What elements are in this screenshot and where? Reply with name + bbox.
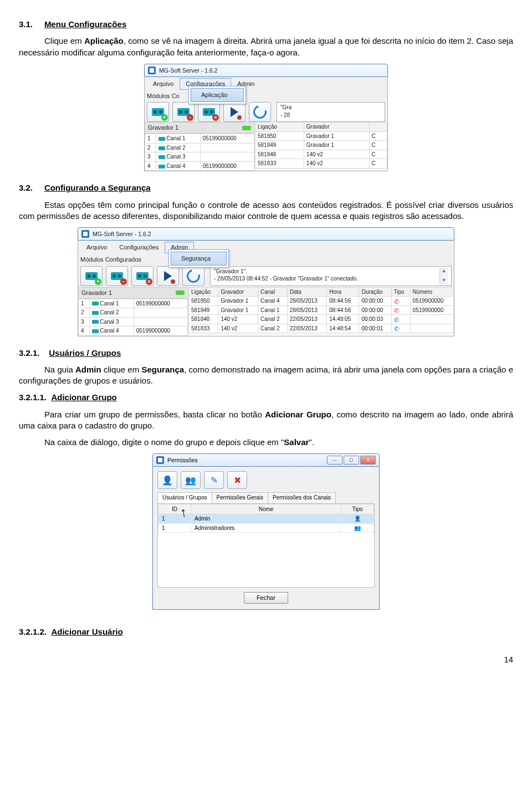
cell: Canal 3 [156, 152, 201, 162]
cell: Gravador 1 [218, 297, 258, 306]
status-led-icon [176, 290, 185, 295]
section-number: 3.2.1.2. [19, 627, 47, 636]
toolbar-refresh-button[interactable] [249, 102, 271, 122]
table-row[interactable]: 1 Administradores 👥 [158, 523, 374, 533]
table-row[interactable]: 581848140 v2C [255, 150, 387, 159]
table-row[interactable]: 581833140 v2Canal 222/05/201314:48:5400:… [189, 324, 454, 333]
table-row[interactable]: 4Canal 405199000000 [145, 161, 254, 171]
window-maximize-button[interactable]: ▢ [344, 456, 359, 465]
table-row[interactable]: 3Canal 3 [79, 317, 188, 326]
toolbar-play-button[interactable] [223, 102, 245, 122]
section-title: Menu Configurações [44, 19, 126, 29]
tab-usuarios-grupos[interactable]: Usuários / Grupos [157, 492, 212, 503]
table-row[interactable]: 2Canal 2 [79, 308, 188, 318]
toolbar-add-button[interactable]: + [80, 266, 103, 286]
delete-button[interactable]: ✖ [227, 471, 247, 489]
modules-bar: Módulos Co [144, 91, 388, 101]
col-canal[interactable]: Canal [258, 287, 287, 297]
window-body: 👤 👥 ✎ ✖ ↑ Usuários / Grupos Permissões G… [152, 467, 380, 609]
col-data[interactable]: Data [287, 287, 327, 297]
cell [391, 305, 410, 315]
channels-table: 1Canal 105199000000 2Canal 2 3Canal 3 4C… [78, 299, 188, 336]
cell: 08:44:56 [327, 297, 359, 306]
col-duracao[interactable]: Duração [359, 287, 391, 297]
cell: 0519900000 [410, 297, 453, 306]
toolbar-play-button[interactable] [157, 266, 179, 286]
toolbar-remove-button[interactable]: – [106, 266, 128, 286]
edit-button[interactable]: ✎ [204, 471, 224, 489]
cell: Admin [191, 514, 341, 524]
col-hora[interactable]: Hora [327, 287, 359, 297]
window-titlebar: Permissões — ▢ ✕ [152, 453, 380, 467]
refresh-icon [251, 103, 269, 121]
col-numero[interactable]: Número [410, 287, 453, 297]
scrollbar-vertical[interactable]: ▲▼ [439, 268, 448, 284]
table-row[interactable]: 581849Gravador 1C [255, 141, 387, 150]
cell: 140 v2 [304, 150, 369, 159]
table-row[interactable]: 581849Gravador 1Canal 128/05/201308:44:5… [189, 305, 454, 315]
cell: Gravador 1 [304, 131, 369, 141]
table-row[interactable]: 581848140 v2Canal 222/05/201314:49:0500:… [189, 315, 454, 324]
play-icon [164, 271, 172, 281]
status-box: "Gra - 28 [277, 102, 385, 122]
menubar: Arquivo Configurações Admin [78, 241, 454, 254]
cell: 00:00:01 [359, 324, 391, 333]
submenu-item-seguranca[interactable]: Segurança [171, 252, 227, 266]
table-row[interactable]: 3Canal 3 [145, 152, 254, 162]
cell: Canal 1 [258, 305, 287, 315]
cell: 05199000000 [200, 161, 254, 171]
col-ligacao[interactable]: Ligação [189, 287, 218, 297]
screenshot-permissoes-window: Permissões — ▢ ✕ 👤 👥 ✎ ✖ ↑ Usuários / Gr… [152, 453, 380, 609]
table-row[interactable]: 581850Gravador 1C [255, 131, 387, 141]
table-row[interactable]: 581850Gravador 1Canal 428/05/201308:44:5… [189, 297, 454, 306]
col-gravador[interactable]: Gravador [304, 123, 369, 132]
cell: 👥 [341, 523, 374, 533]
menu-configuracoes[interactable]: Configurações [113, 242, 165, 253]
cell: C [369, 131, 387, 141]
phone-outgoing-icon [394, 317, 401, 323]
toolbar-delete-button[interactable]: × [198, 102, 220, 122]
cell: Canal 2 [90, 308, 134, 318]
col-tipo[interactable]: Tipo [341, 504, 374, 514]
col-tipo[interactable]: Tipo [391, 287, 410, 297]
table-row[interactable]: 1 Admin 👤 [158, 514, 374, 524]
menu-arquivo[interactable]: Arquivo [80, 242, 113, 253]
window-close-button[interactable]: ✕ [360, 456, 376, 465]
table-row[interactable]: 1Canal 105199000000 [79, 299, 188, 308]
toolbar-delete-button[interactable]: × [131, 266, 154, 286]
table-row[interactable]: 581833140 v2C [255, 159, 387, 169]
paragraph: Clique em Aplicação, como se vê na image… [19, 35, 513, 58]
col-id[interactable]: ID [158, 504, 191, 514]
window-minimize-button[interactable]: — [327, 456, 342, 465]
heading-3-2-1: 3.2.1. Usuários / Grupos [19, 348, 513, 359]
tab-permissoes-gerais[interactable]: Permissões Gerais [212, 492, 268, 503]
toolbar-refresh-button[interactable] [182, 266, 204, 286]
table-row[interactable]: 4Canal 405199000000 [79, 326, 188, 336]
table-row[interactable]: 1Canal 105199000000 [145, 134, 254, 144]
table-row[interactable]: 2Canal 2 [145, 143, 254, 152]
paragraph: Na caixa de diálogo, digite o nome do gr… [19, 437, 513, 448]
col-gravador[interactable]: Gravador [218, 287, 258, 297]
section-number: 3.2.1.1. [19, 392, 47, 402]
status-line: "Gra [280, 104, 381, 111]
col-nome[interactable]: Nome [191, 504, 341, 514]
toolbar-remove-button[interactable]: – [172, 102, 195, 122]
permissions-toolbar: 👤 👥 ✎ ✖ [157, 471, 375, 489]
add-group-button[interactable]: 👥 [181, 471, 201, 489]
cell: Canal 4 [90, 326, 134, 336]
col-ligacao[interactable]: Ligação [255, 123, 304, 132]
cell: C [369, 150, 387, 159]
add-user-button[interactable]: 👤 [157, 471, 177, 489]
cell: 581850 [255, 131, 304, 141]
cell: 28/05/2013 [287, 297, 327, 306]
close-button[interactable]: Fechar [244, 592, 288, 604]
submenu-item-aplicacao[interactable]: Aplicação [191, 88, 244, 102]
content-split: Gravador 1 1Canal 105199000000 2Canal 2 … [144, 122, 388, 171]
cell: 581848 [189, 315, 218, 324]
toolbar-add-button[interactable]: + [147, 102, 169, 122]
menu-arquivo[interactable]: Arquivo [147, 78, 180, 90]
bold-text: Aplicação [84, 36, 124, 45]
minus-icon: – [187, 114, 193, 121]
tab-permissoes-canais[interactable]: Permissões dos Canais [268, 492, 336, 503]
chevron-up-icon: ▲ [442, 268, 446, 274]
